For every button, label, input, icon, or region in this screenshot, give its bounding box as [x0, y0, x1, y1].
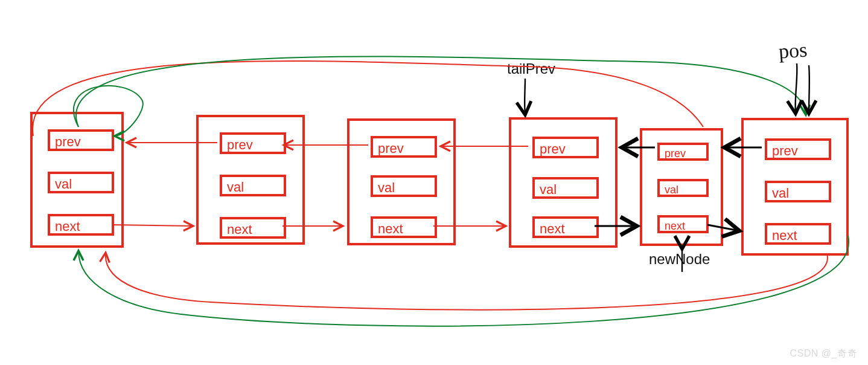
node-1-val: val — [48, 172, 114, 193]
node-5-val: val — [657, 179, 709, 197]
node-3-next: next — [371, 216, 437, 238]
label-pos: pos — [778, 38, 808, 63]
node-2-next: next — [220, 217, 286, 239]
label-tailprev: tailPrev — [507, 60, 555, 77]
node-4-prev: prev — [532, 137, 599, 158]
node-5-prev: prev — [657, 143, 709, 161]
node-6-next: next — [765, 223, 831, 245]
node-4-next: next — [532, 216, 599, 238]
node-1: prev val next — [30, 112, 124, 248]
node-1-prev: prev — [48, 129, 114, 151]
node-5-newnode: prev val next — [640, 128, 723, 246]
node-5-next: next — [657, 215, 709, 233]
node-1-next: next — [48, 214, 114, 236]
node-3-val: val — [371, 175, 437, 197]
label-newnode: newNode — [649, 251, 710, 268]
node-3-prev: prev — [371, 136, 437, 158]
node-4-tailprev: prev val next — [509, 117, 617, 248]
node-2: prev val next — [196, 115, 305, 245]
node-6-prev: prev — [765, 138, 831, 160]
node-6-val: val — [765, 181, 831, 202]
node-2-prev: prev — [220, 132, 286, 154]
node-2-val: val — [220, 175, 286, 196]
node-4-val: val — [532, 177, 599, 199]
node-6-pos: prev val next — [741, 118, 849, 256]
watermark: CSDN @_奇奇 — [790, 347, 857, 360]
node-3: prev val next — [347, 118, 456, 245]
